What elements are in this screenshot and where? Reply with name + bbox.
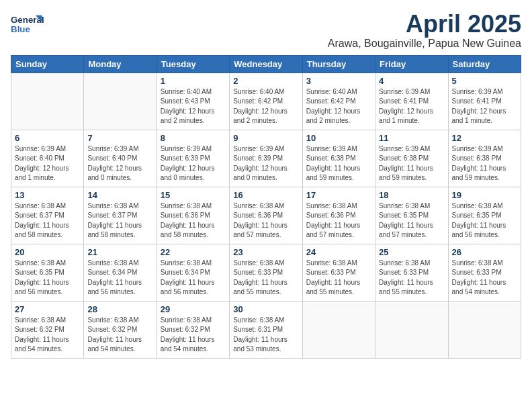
day-number: 11	[379, 133, 444, 143]
calendar-cell: 27Sunrise: 6:38 AM Sunset: 6:32 PM Dayli…	[11, 301, 84, 358]
column-header-sunday: Sunday	[11, 55, 84, 73]
calendar-cell: 22Sunrise: 6:38 AM Sunset: 6:34 PM Dayli…	[157, 244, 229, 301]
day-number: 2	[233, 76, 298, 86]
svg-text:Blue: Blue	[11, 24, 30, 34]
calendar-cell: 5Sunrise: 6:39 AM Sunset: 6:41 PM Daylig…	[448, 73, 521, 130]
calendar-cell: 2Sunrise: 6:40 AM Sunset: 6:42 PM Daylig…	[230, 73, 302, 130]
day-number: 17	[306, 190, 371, 200]
day-number: 22	[161, 247, 226, 257]
calendar-table: SundayMondayTuesdayWednesdayThursdayFrid…	[11, 55, 521, 359]
day-number: 7	[87, 133, 152, 143]
column-header-friday: Friday	[375, 55, 448, 73]
day-detail: Sunrise: 6:38 AM Sunset: 6:37 PM Dayligh…	[87, 201, 152, 240]
day-detail: Sunrise: 6:39 AM Sunset: 6:40 PM Dayligh…	[87, 144, 152, 183]
page-header: General Blue April 2025 Arawa, Bougainvi…	[11, 11, 521, 50]
day-detail: Sunrise: 6:39 AM Sunset: 6:38 PM Dayligh…	[306, 144, 371, 183]
day-number: 26	[452, 247, 517, 257]
day-number: 29	[161, 304, 226, 314]
logo: General Blue	[11, 11, 44, 38]
calendar-cell: 10Sunrise: 6:39 AM Sunset: 6:38 PM Dayli…	[302, 130, 375, 187]
calendar-cell: 28Sunrise: 6:38 AM Sunset: 6:32 PM Dayli…	[84, 301, 157, 358]
day-number: 16	[233, 190, 298, 200]
calendar-cell: 15Sunrise: 6:38 AM Sunset: 6:36 PM Dayli…	[157, 187, 229, 244]
day-number: 8	[161, 133, 226, 143]
calendar-cell: 3Sunrise: 6:40 AM Sunset: 6:42 PM Daylig…	[302, 73, 375, 130]
month-year-title: April 2025	[328, 11, 521, 38]
day-detail: Sunrise: 6:39 AM Sunset: 6:40 PM Dayligh…	[15, 144, 80, 183]
day-number: 10	[306, 133, 371, 143]
calendar-cell	[84, 73, 157, 130]
calendar-cell: 11Sunrise: 6:39 AM Sunset: 6:38 PM Dayli…	[375, 130, 448, 187]
day-number: 23	[233, 247, 298, 257]
day-number: 28	[87, 304, 152, 314]
calendar-cell: 24Sunrise: 6:38 AM Sunset: 6:33 PM Dayli…	[302, 244, 375, 301]
logo-icon: General Blue	[11, 11, 44, 38]
day-number: 24	[306, 247, 371, 257]
calendar-cell	[448, 301, 521, 358]
calendar-cell: 25Sunrise: 6:38 AM Sunset: 6:33 PM Dayli…	[375, 244, 448, 301]
calendar-cell: 8Sunrise: 6:39 AM Sunset: 6:39 PM Daylig…	[157, 130, 229, 187]
calendar-cell: 7Sunrise: 6:39 AM Sunset: 6:40 PM Daylig…	[84, 130, 157, 187]
calendar-cell	[302, 301, 375, 358]
day-number: 14	[87, 190, 152, 200]
calendar-cell: 16Sunrise: 6:38 AM Sunset: 6:36 PM Dayli…	[230, 187, 302, 244]
day-detail: Sunrise: 6:39 AM Sunset: 6:38 PM Dayligh…	[452, 144, 517, 183]
day-detail: Sunrise: 6:38 AM Sunset: 6:36 PM Dayligh…	[306, 201, 371, 240]
day-number: 30	[233, 304, 298, 314]
day-number: 19	[452, 190, 517, 200]
day-detail: Sunrise: 6:38 AM Sunset: 6:33 PM Dayligh…	[306, 259, 371, 298]
day-number: 12	[452, 133, 517, 143]
day-detail: Sunrise: 6:38 AM Sunset: 6:32 PM Dayligh…	[15, 316, 80, 355]
column-header-wednesday: Wednesday	[230, 55, 302, 73]
calendar-cell: 26Sunrise: 6:38 AM Sunset: 6:33 PM Dayli…	[448, 244, 521, 301]
calendar-cell: 30Sunrise: 6:38 AM Sunset: 6:31 PM Dayli…	[230, 301, 302, 358]
calendar-week-row: 27Sunrise: 6:38 AM Sunset: 6:32 PM Dayli…	[11, 301, 521, 358]
day-detail: Sunrise: 6:39 AM Sunset: 6:39 PM Dayligh…	[161, 144, 226, 183]
day-detail: Sunrise: 6:40 AM Sunset: 6:42 PM Dayligh…	[233, 87, 298, 126]
calendar-week-row: 1Sunrise: 6:40 AM Sunset: 6:43 PM Daylig…	[11, 73, 521, 130]
day-detail: Sunrise: 6:38 AM Sunset: 6:33 PM Dayligh…	[452, 259, 517, 298]
calendar-cell: 14Sunrise: 6:38 AM Sunset: 6:37 PM Dayli…	[84, 187, 157, 244]
day-number: 5	[452, 76, 517, 86]
day-detail: Sunrise: 6:40 AM Sunset: 6:42 PM Dayligh…	[306, 87, 371, 126]
calendar-cell: 18Sunrise: 6:38 AM Sunset: 6:35 PM Dayli…	[375, 187, 448, 244]
day-number: 3	[306, 76, 371, 86]
day-detail: Sunrise: 6:38 AM Sunset: 6:34 PM Dayligh…	[87, 259, 152, 298]
title-block: April 2025 Arawa, Bougainville, Papua Ne…	[328, 11, 521, 50]
day-number: 25	[379, 247, 444, 257]
calendar-cell: 13Sunrise: 6:38 AM Sunset: 6:37 PM Dayli…	[11, 187, 84, 244]
day-number: 4	[379, 76, 444, 86]
day-detail: Sunrise: 6:39 AM Sunset: 6:41 PM Dayligh…	[452, 87, 517, 126]
calendar-cell: 29Sunrise: 6:38 AM Sunset: 6:32 PM Dayli…	[157, 301, 229, 358]
day-detail: Sunrise: 6:38 AM Sunset: 6:33 PM Dayligh…	[233, 259, 298, 298]
calendar-cell	[375, 301, 448, 358]
day-detail: Sunrise: 6:40 AM Sunset: 6:43 PM Dayligh…	[161, 87, 226, 126]
calendar-cell: 9Sunrise: 6:39 AM Sunset: 6:39 PM Daylig…	[230, 130, 302, 187]
calendar-cell: 20Sunrise: 6:38 AM Sunset: 6:35 PM Dayli…	[11, 244, 84, 301]
calendar-week-row: 20Sunrise: 6:38 AM Sunset: 6:35 PM Dayli…	[11, 244, 521, 301]
day-number: 15	[161, 190, 226, 200]
day-number: 20	[15, 247, 80, 257]
day-detail: Sunrise: 6:38 AM Sunset: 6:35 PM Dayligh…	[379, 201, 444, 240]
day-detail: Sunrise: 6:38 AM Sunset: 6:36 PM Dayligh…	[161, 201, 226, 240]
day-number: 6	[15, 133, 80, 143]
calendar-cell: 23Sunrise: 6:38 AM Sunset: 6:33 PM Dayli…	[230, 244, 302, 301]
day-detail: Sunrise: 6:38 AM Sunset: 6:35 PM Dayligh…	[452, 201, 517, 240]
day-number: 18	[379, 190, 444, 200]
column-header-monday: Monday	[84, 55, 157, 73]
day-detail: Sunrise: 6:38 AM Sunset: 6:34 PM Dayligh…	[161, 259, 226, 298]
day-detail: Sunrise: 6:38 AM Sunset: 6:31 PM Dayligh…	[233, 316, 298, 355]
day-detail: Sunrise: 6:38 AM Sunset: 6:32 PM Dayligh…	[87, 316, 152, 355]
day-detail: Sunrise: 6:39 AM Sunset: 6:41 PM Dayligh…	[379, 87, 444, 126]
day-number: 27	[15, 304, 80, 314]
day-detail: Sunrise: 6:38 AM Sunset: 6:32 PM Dayligh…	[161, 316, 226, 355]
column-header-tuesday: Tuesday	[157, 55, 229, 73]
day-number: 9	[233, 133, 298, 143]
location-subtitle: Arawa, Bougainville, Papua New Guinea	[328, 38, 521, 50]
day-number: 13	[15, 190, 80, 200]
calendar-cell: 19Sunrise: 6:38 AM Sunset: 6:35 PM Dayli…	[448, 187, 521, 244]
day-detail: Sunrise: 6:39 AM Sunset: 6:39 PM Dayligh…	[233, 144, 298, 183]
day-detail: Sunrise: 6:38 AM Sunset: 6:33 PM Dayligh…	[379, 259, 444, 298]
calendar-cell: 17Sunrise: 6:38 AM Sunset: 6:36 PM Dayli…	[302, 187, 375, 244]
day-number: 21	[87, 247, 152, 257]
